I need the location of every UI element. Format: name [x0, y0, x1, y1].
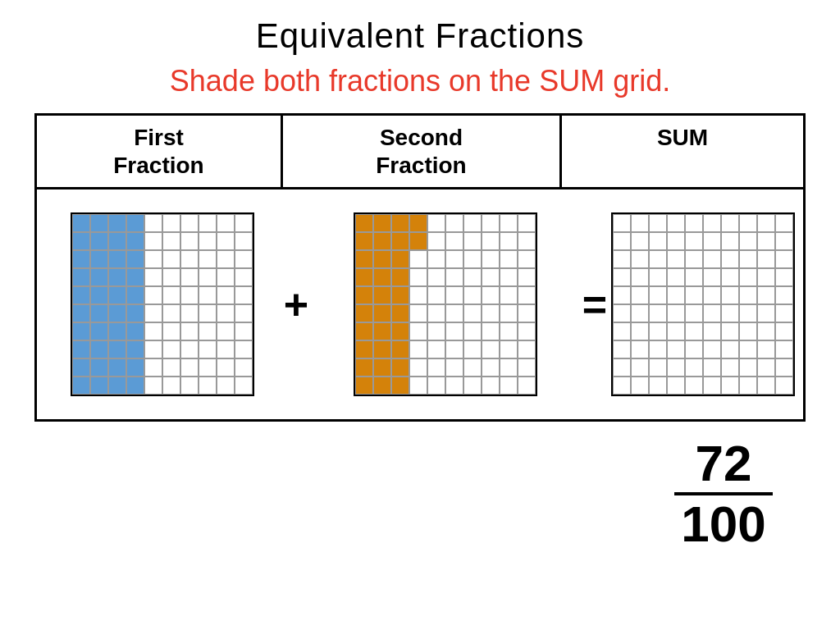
grid-cell[interactable] — [445, 377, 463, 395]
grid-cell[interactable] — [482, 322, 500, 340]
grid-cell[interactable] — [391, 214, 409, 232]
grid-cell[interactable] — [631, 232, 649, 250]
grid-cell[interactable] — [199, 377, 217, 395]
grid-cell[interactable] — [144, 358, 162, 377]
grid-cell[interactable] — [72, 358, 90, 377]
grid-cell[interactable] — [144, 377, 162, 395]
grid-cell[interactable] — [445, 304, 463, 322]
grid-cell[interactable] — [518, 377, 536, 395]
grid-cell[interactable] — [162, 322, 180, 340]
grid-cell[interactable] — [518, 232, 536, 250]
grid-cell[interactable] — [463, 322, 482, 340]
grid-cell[interactable] — [355, 358, 373, 377]
grid-cell[interactable] — [355, 322, 373, 340]
grid-cell[interactable] — [775, 268, 793, 286]
grid-cell[interactable] — [108, 340, 126, 358]
grid-cell[interactable] — [757, 214, 775, 232]
grid-cell[interactable] — [631, 214, 649, 232]
grid-cell[interactable] — [217, 232, 235, 250]
grid-cell[interactable] — [373, 340, 391, 358]
grid-cell[interactable] — [409, 268, 427, 286]
grid-cell[interactable] — [126, 250, 144, 268]
grid-cell[interactable] — [108, 250, 126, 268]
grid-cell[interactable] — [757, 232, 775, 250]
grid-cell[interactable] — [631, 286, 649, 304]
grid-cell[interactable] — [126, 286, 144, 304]
grid-cell[interactable] — [500, 286, 518, 304]
grid-cell[interactable] — [108, 232, 126, 250]
grid-cell[interactable] — [445, 232, 463, 250]
grid-cell[interactable] — [126, 377, 144, 395]
grid-cell[interactable] — [162, 214, 180, 232]
grid-cell[interactable] — [463, 377, 482, 395]
grid-cell[interactable] — [500, 358, 518, 377]
grid-cell[interactable] — [355, 214, 373, 232]
grid-cell[interactable] — [631, 358, 649, 377]
grid-cell[interactable] — [90, 340, 108, 358]
grid-cell[interactable] — [649, 377, 667, 395]
grid-cell[interactable] — [162, 377, 180, 395]
grid-cell[interactable] — [631, 340, 649, 358]
grid-cell[interactable] — [217, 214, 235, 232]
grid-cell[interactable] — [72, 250, 90, 268]
grid-cell[interactable] — [355, 340, 373, 358]
grid-cell[interactable] — [721, 232, 739, 250]
grid-cell[interactable] — [500, 340, 518, 358]
grid-cell[interactable] — [217, 250, 235, 268]
grid-cell[interactable] — [482, 358, 500, 377]
grid-cell[interactable] — [409, 232, 427, 250]
grid-cell[interactable] — [685, 214, 703, 232]
grid-cell[interactable] — [162, 250, 180, 268]
grid-cell[interactable] — [721, 286, 739, 304]
grid-cell[interactable] — [373, 377, 391, 395]
grid-cell[interactable] — [72, 232, 90, 250]
grid-cell[interactable] — [72, 340, 90, 358]
grid-cell[interactable] — [90, 304, 108, 322]
grid-cell[interactable] — [90, 286, 108, 304]
grid-cell[interactable] — [685, 232, 703, 250]
grid-cell[interactable] — [391, 322, 409, 340]
grid-cell[interactable] — [482, 232, 500, 250]
grid-cell[interactable] — [500, 250, 518, 268]
grid-cell[interactable] — [108, 214, 126, 232]
grid-cell[interactable] — [757, 340, 775, 358]
grid-cell[interactable] — [757, 286, 775, 304]
grid-cell[interactable] — [199, 232, 217, 250]
grid-cell[interactable] — [217, 304, 235, 322]
grid-cell[interactable] — [391, 304, 409, 322]
grid-cell[interactable] — [667, 377, 685, 395]
grid-cell[interactable] — [144, 322, 162, 340]
grid-cell[interactable] — [199, 340, 217, 358]
grid-cell[interactable] — [482, 250, 500, 268]
grid-cell[interactable] — [72, 304, 90, 322]
grid-cell[interactable] — [667, 268, 685, 286]
grid-cell[interactable] — [445, 340, 463, 358]
grid-cell[interactable] — [518, 358, 536, 377]
grid-cell[interactable] — [391, 268, 409, 286]
grid-cell[interactable] — [613, 340, 631, 358]
grid-cell[interactable] — [739, 250, 757, 268]
grid-cell[interactable] — [373, 304, 391, 322]
grid-cell[interactable] — [162, 268, 180, 286]
grid-cell[interactable] — [445, 214, 463, 232]
grid-cell[interactable] — [685, 322, 703, 340]
grid-cell[interactable] — [500, 232, 518, 250]
grid-cell[interactable] — [144, 304, 162, 322]
grid-cell[interactable] — [613, 232, 631, 250]
grid-cell[interactable] — [685, 340, 703, 358]
grid-cell[interactable] — [649, 340, 667, 358]
grid-cell[interactable] — [126, 232, 144, 250]
grid-cell[interactable] — [739, 358, 757, 377]
grid-cell[interactable] — [649, 304, 667, 322]
grid-cell[interactable] — [721, 214, 739, 232]
grid-cell[interactable] — [72, 214, 90, 232]
grid-cell[interactable] — [757, 358, 775, 377]
grid-cell[interactable] — [144, 286, 162, 304]
grid-cell[interactable] — [162, 304, 180, 322]
grid-cell[interactable] — [482, 340, 500, 358]
grid-cell[interactable] — [667, 232, 685, 250]
grid-cell[interactable] — [500, 377, 518, 395]
grid-cell[interactable] — [427, 322, 445, 340]
grid-cell[interactable] — [199, 322, 217, 340]
grid-cell[interactable] — [180, 286, 199, 304]
